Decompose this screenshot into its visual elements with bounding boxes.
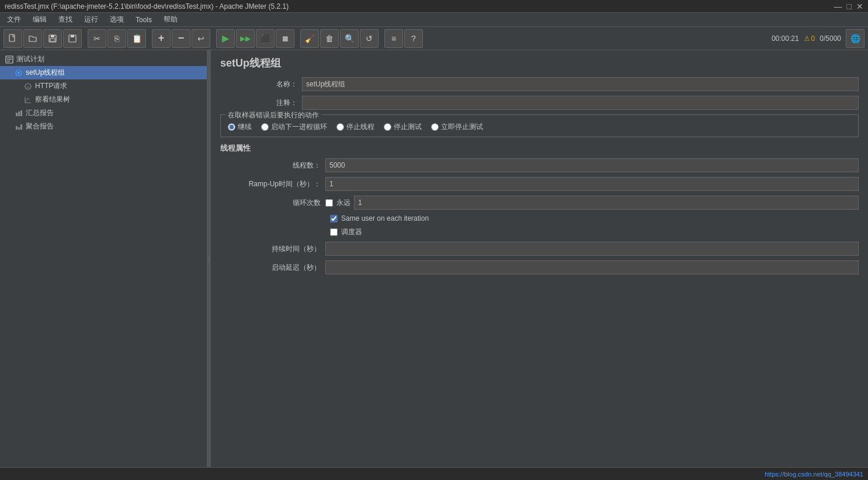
scheduler-checkbox[interactable] (330, 228, 338, 236)
sidebar-item-test-plan[interactable]: 测试计划 (0, 53, 207, 66)
function-helper-btn[interactable]: ≡ (384, 29, 403, 48)
test-plan-icon (5, 55, 14, 64)
clear-btn[interactable]: 🧹 (300, 29, 319, 48)
same-user-checkbox[interactable] (330, 215, 338, 222)
svg-rect-16 (20, 110, 22, 116)
open-btn[interactable] (23, 29, 42, 48)
label-stop-test: 停止测试 (394, 122, 422, 132)
titlebar: redissTest.jmx (F:\apache-jmeter-5.2.1\b… (0, 0, 868, 13)
progress-count: 0/5000 (820, 34, 841, 43)
warning-count: 0 (811, 34, 815, 43)
page-title: setUp线程组 (220, 56, 859, 70)
remote-icon-btn[interactable]: 🌐 (846, 29, 864, 48)
label-stop-thread: 停止线程 (346, 122, 374, 132)
radio-continue[interactable] (228, 123, 235, 131)
delay-label: 启动延迟（秒） (220, 263, 325, 273)
thread-count-row: 线程数： (220, 158, 859, 172)
loop-count-row: 循环次数 永远 (220, 196, 859, 210)
sampler-error-legend: 在取样器错误后要执行的动作 (225, 110, 321, 120)
menu-file[interactable]: 文件 (2, 13, 26, 26)
radio-stop-test[interactable] (384, 123, 391, 131)
comment-row: 注释： (220, 96, 859, 110)
sidebar-item-http-request[interactable]: H HTTP请求 (0, 79, 207, 93)
scheduler-row: 调度器 (220, 227, 859, 237)
clear-all-btn[interactable]: 🗑 (320, 29, 339, 48)
svg-rect-0 (9, 34, 15, 41)
status-url: https://blog.csdn.net/qq_38494341 (765, 471, 863, 478)
menu-options[interactable]: 选项 (105, 13, 129, 26)
sidebar-label-test-plan: 测试计划 (16, 54, 44, 64)
start-btn[interactable]: ▶ (216, 29, 235, 48)
label-continue: 继续 (238, 122, 252, 132)
sidebar-label-setup: setUp线程组 (26, 68, 65, 78)
svg-rect-17 (16, 126, 18, 130)
duration-label: 持续时间（秒） (220, 244, 325, 254)
delay-row: 启动延迟（秒） (220, 260, 859, 274)
svg-rect-15 (18, 112, 20, 116)
svg-rect-14 (16, 113, 18, 116)
cut-btn[interactable]: ✂ (88, 29, 106, 48)
duration-input[interactable] (325, 242, 859, 256)
forever-label: 永远 (336, 198, 350, 208)
option-stop-test[interactable]: 停止测试 (384, 122, 422, 132)
sidebar-item-setup-thread-group[interactable]: setUp线程组 (0, 66, 207, 79)
save-btn[interactable] (43, 29, 62, 48)
sidebar-item-aggregate[interactable]: 汇总报告 (0, 106, 207, 120)
option-stop-test-now[interactable]: 立即停止测试 (431, 122, 483, 132)
svg-point-11 (18, 72, 20, 74)
name-label: 名称： (220, 79, 302, 89)
copy-btn[interactable]: ⎘ (107, 29, 126, 48)
menu-tools[interactable]: Tools (131, 15, 157, 25)
option-stop-thread[interactable]: 停止线程 (336, 122, 374, 132)
toolbar: ✂ ⎘ 📋 + − ↩ ▶ ▶▶ ⬛ ⏹ 🧹 🗑 🔍 ↺ ≡ ? 00:00:2… (0, 27, 868, 50)
forever-checkbox[interactable] (325, 199, 333, 207)
name-input[interactable] (302, 77, 859, 91)
sidebar-label-aggregate: 汇总报告 (26, 108, 54, 118)
radio-stop-test-now[interactable] (431, 123, 439, 131)
menu-edit[interactable]: 编辑 (28, 13, 51, 26)
search-btn[interactable]: 🔍 (340, 29, 359, 48)
reset-search-btn[interactable]: ↺ (360, 29, 379, 48)
menu-find[interactable]: 查找 (54, 13, 77, 26)
menu-help[interactable]: 帮助 (159, 13, 182, 26)
minimize-btn[interactable]: — (834, 2, 842, 11)
statusbar: https://blog.csdn.net/qq_38494341 (0, 467, 868, 480)
menubar: 文件 编辑 查找 运行 选项 Tools 帮助 (0, 13, 868, 27)
comment-input[interactable] (302, 96, 859, 110)
loop-count-input[interactable] (354, 196, 859, 210)
shutdown-btn[interactable]: ⏹ (276, 29, 294, 48)
delay-input[interactable] (325, 260, 859, 274)
add-btn[interactable]: + (152, 29, 171, 48)
new-btn[interactable] (4, 29, 22, 48)
http-icon: H (23, 82, 33, 91)
help-btn[interactable]: ? (404, 29, 423, 48)
radio-stop-thread[interactable] (336, 123, 344, 131)
sidebar-item-summary[interactable]: 聚合报告 (0, 120, 207, 133)
ramp-up-input[interactable] (325, 177, 859, 191)
ramp-up-label: Ramp-Up时间（秒）： (220, 179, 325, 189)
sidebar-item-results-tree[interactable]: 察看结果树 (0, 93, 207, 106)
elapsed-time: 00:00:21 (772, 34, 799, 43)
option-start-next-loop[interactable]: 启动下一进程循环 (261, 122, 327, 132)
warning-indicator: ⚠ 0 (804, 34, 815, 43)
remove-btn[interactable]: − (172, 29, 190, 48)
stop-btn[interactable]: ⬛ (256, 29, 275, 48)
close-btn[interactable]: ✕ (856, 2, 863, 11)
paste-btn[interactable]: 📋 (127, 29, 146, 48)
maximize-btn[interactable]: □ (847, 2, 852, 11)
ramp-up-row: Ramp-Up时间（秒）： (220, 177, 859, 191)
svg-rect-19 (20, 124, 22, 130)
menu-run[interactable]: 运行 (79, 13, 103, 26)
save-as-btn[interactable] (63, 29, 82, 48)
svg-rect-18 (18, 127, 20, 130)
label-stop-test-now: 立即停止测试 (441, 122, 483, 132)
start-nopauses-btn[interactable]: ▶▶ (236, 29, 255, 48)
option-continue[interactable]: 继续 (228, 122, 252, 132)
thread-count-input[interactable] (325, 158, 859, 172)
undo-btn[interactable]: ↩ (192, 29, 210, 48)
sampler-error-section: 在取样器错误后要执行的动作 继续 启动下一进程循环 停止线程 停止测试 (220, 114, 859, 137)
summary-icon (14, 122, 23, 131)
title-text: redissTest.jmx (F:\apache-jmeter-5.2.1\b… (5, 2, 289, 11)
radio-start-next-loop[interactable] (261, 123, 269, 131)
warning-icon: ⚠ (804, 34, 810, 43)
